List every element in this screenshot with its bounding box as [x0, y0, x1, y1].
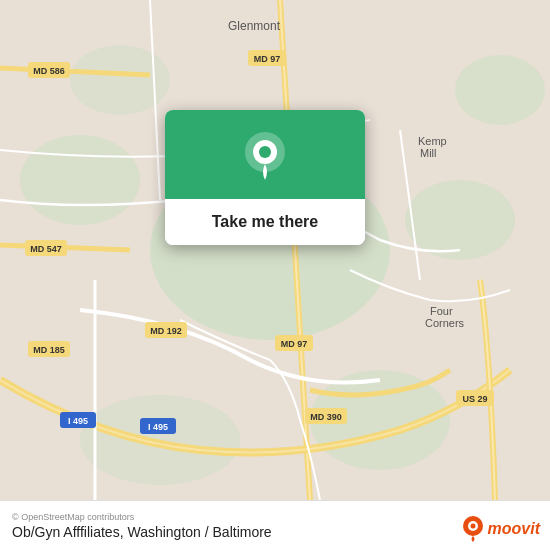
popup-card: Take me there — [165, 110, 365, 245]
kemp-mill-label: Kemp — [418, 135, 447, 147]
svg-text:MD 547: MD 547 — [30, 244, 62, 254]
svg-text:MD 192: MD 192 — [150, 326, 182, 336]
location-info: Ob/Gyn Afffiliates, Washington / Baltimo… — [12, 524, 272, 540]
svg-point-3 — [405, 180, 515, 260]
svg-text:MD 97: MD 97 — [281, 339, 308, 349]
svg-point-2 — [20, 135, 140, 225]
map-svg: MD 97 MD 97 MD 586 MD 547 MD 192 MD 185 … — [0, 0, 550, 500]
take-me-there-button[interactable]: Take me there — [165, 199, 365, 245]
svg-point-6 — [455, 55, 545, 125]
moovit-label: moovit — [488, 520, 540, 538]
location-name: Ob/Gyn Afffiliates — [12, 524, 120, 540]
svg-text:MD 97: MD 97 — [254, 54, 281, 64]
moovit-pin-icon — [462, 516, 484, 542]
svg-text:I 495: I 495 — [68, 416, 88, 426]
svg-text:Corners: Corners — [425, 317, 465, 329]
four-corners-label: Four — [430, 305, 453, 317]
svg-text:I 495: I 495 — [148, 422, 168, 432]
popup-header — [165, 110, 365, 199]
svg-text:Mill: Mill — [420, 147, 437, 159]
svg-point-42 — [470, 524, 475, 529]
map-container: MD 97 MD 97 MD 586 MD 547 MD 192 MD 185 … — [0, 0, 550, 500]
svg-point-39 — [259, 146, 271, 158]
moovit-logo: moovit — [462, 516, 540, 542]
svg-text:US 29: US 29 — [462, 394, 487, 404]
svg-text:MD 586: MD 586 — [33, 66, 65, 76]
region: Washington / Baltimore — [127, 524, 271, 540]
bottom-bar: © OpenStreetMap contributors Ob/Gyn Afff… — [0, 500, 550, 550]
location-pin-icon — [241, 130, 289, 184]
svg-text:MD 390: MD 390 — [310, 412, 342, 422]
glenmont-label: Glenmont — [228, 19, 281, 33]
svg-text:MD 185: MD 185 — [33, 345, 65, 355]
copyright-text: © OpenStreetMap contributors — [12, 512, 538, 522]
